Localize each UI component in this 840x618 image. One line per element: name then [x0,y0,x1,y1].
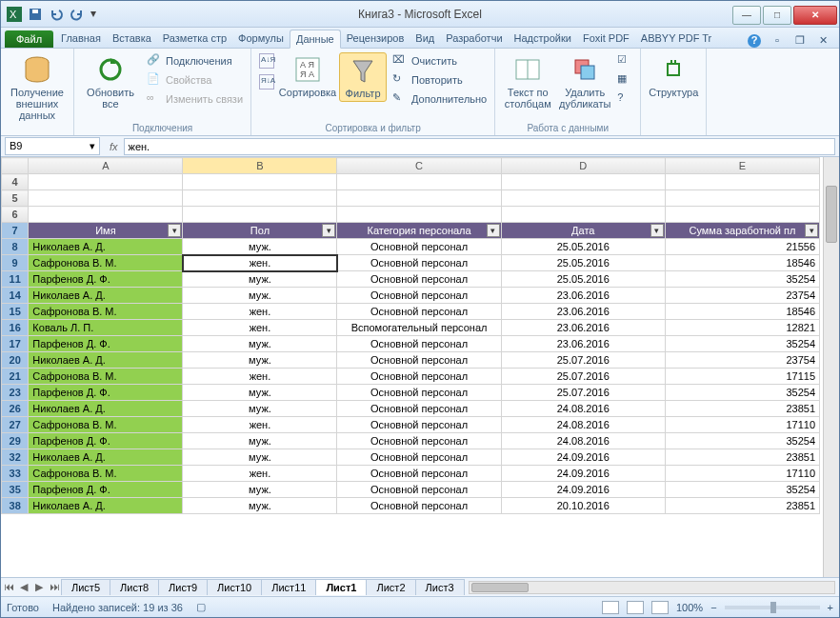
refresh-all-button[interactable]: Обновить все [80,52,141,111]
maximize-button[interactable]: □ [763,6,791,25]
save-icon[interactable] [28,7,43,22]
cell[interactable]: 23851 [665,449,819,466]
cell[interactable]: Николаев А. Д. [29,449,183,466]
cell[interactable]: Основной персонал [337,304,501,320]
cell[interactable]: 23.06.2016 [501,320,665,336]
outline-button[interactable]: Структура [647,52,700,100]
help-icon[interactable]: ? [748,34,761,48]
filter-dropdown-icon[interactable]: ▾ [805,224,818,237]
table-header-cell[interactable]: Пол▾ [183,223,337,239]
cell[interactable]: жен. [183,255,337,271]
cell[interactable]: Основной персонал [337,352,501,369]
vertical-scrollbar[interactable] [823,157,839,577]
ribbon-tab[interactable]: Разметка стр [157,30,232,48]
table-row[interactable]: 26 Николаев А. Д. муж. Основной персонал… [2,401,820,417]
cell[interactable]: муж. [183,336,337,352]
row-header[interactable]: 14 [2,288,29,304]
table-row[interactable]: 35 Парфенов Д. Ф. муж. Основной персонал… [2,482,820,498]
clear-filter-button[interactable]: ⌧Очистить [390,52,489,70]
row-header[interactable]: 17 [2,336,29,352]
zoom-in-button[interactable]: + [828,602,833,613]
cell[interactable]: Сафронова В. М. [29,255,183,271]
table-row[interactable]: 29 Парфенов Д. Ф. муж. Основной персонал… [2,433,820,449]
redo-icon[interactable] [70,7,85,22]
fx-icon[interactable]: fx [104,141,124,152]
sheet-tab[interactable]: Лист8 [110,579,159,595]
text-to-columns-button[interactable]: Текст по столбцам [501,52,554,111]
row-header[interactable]: 9 [2,255,29,271]
reapply-filter-button[interactable]: ↻Повторить [390,71,489,89]
row-header[interactable]: 7 [2,223,29,239]
zoom-slider[interactable] [725,606,820,609]
cell[interactable]: Парфенов Д. Ф. [29,433,183,449]
sheet-tab[interactable]: Лист2 [366,579,415,595]
cell[interactable]: Основной персонал [337,385,501,401]
connections-button[interactable]: 🔗Подключения [145,52,245,70]
ribbon-minimize-icon[interactable]: ▫ [770,34,784,48]
cell[interactable]: 23.06.2016 [501,288,665,304]
cell[interactable]: 23851 [665,498,819,514]
table-row[interactable]: 32 Николаев А. Д. муж. Основной персонал… [2,449,820,466]
table-row[interactable]: 11 Парфенов Д. Ф. муж. Основной персонал… [2,271,820,288]
cell[interactable]: муж. [183,385,337,401]
sheet-tab[interactable]: Лист9 [158,579,208,595]
qat-more-icon[interactable]: ▾ [90,7,106,22]
cell[interactable]: 17115 [665,369,819,385]
view-normal-button[interactable] [602,601,619,614]
cell[interactable]: 25.07.2016 [501,352,665,369]
row-header[interactable]: 32 [2,449,29,466]
sheet-tab[interactable]: Лист11 [261,579,316,595]
undo-icon[interactable] [49,7,64,22]
cell[interactable]: 35254 [665,271,819,288]
mdi-restore-icon[interactable]: ❐ [793,34,807,48]
view-pagebreak-button[interactable] [651,601,669,614]
ribbon-tab[interactable]: Вставка [107,30,157,48]
cell[interactable]: жен. [183,466,337,482]
cell[interactable]: Сафронова В. М. [29,304,183,320]
ribbon-tab[interactable]: Разработчи [440,30,508,48]
cell[interactable]: 35254 [665,433,819,449]
cell[interactable]: муж. [183,239,337,255]
cell[interactable]: 17110 [665,417,819,433]
view-layout-button[interactable] [627,601,644,614]
whatif-button[interactable]: ? [615,90,634,108]
cell[interactable]: Сафронова В. М. [29,369,183,385]
row-header[interactable]: 23 [2,385,29,401]
cell[interactable]: муж. [183,433,337,449]
table-header-cell[interactable]: Сумма заработной пл▾ [665,223,819,239]
table-row[interactable]: 21 Сафронова В. М. жен. Основной персона… [2,369,820,385]
cell[interactable]: Основной персонал [337,239,501,255]
cell[interactable]: жен. [183,304,337,320]
sheet-tab[interactable]: Лист1 [315,579,367,595]
table-row[interactable]: 8 Николаев А. Д. муж. Основной персонал … [2,239,820,255]
column-header[interactable]: B [183,158,337,174]
cell[interactable]: муж. [183,271,337,288]
table-row[interactable]: 17 Парфенов Д. Ф. муж. Основной персонал… [2,336,820,352]
macro-record-icon[interactable]: ▢ [196,601,206,613]
cell[interactable]: Сафронова В. М. [29,466,183,482]
cell[interactable]: 35254 [665,385,819,401]
cell[interactable]: Николаев А. Д. [29,352,183,369]
cell[interactable]: 35254 [665,482,819,498]
scrollbar-thumb[interactable] [826,186,837,243]
formula-input[interactable]: жен. [124,138,835,155]
cell[interactable]: Парфенов Д. Ф. [29,482,183,498]
minimize-button[interactable]: — [732,6,761,25]
properties-button[interactable]: 📄Свойства [145,71,245,89]
cell[interactable]: 23.06.2016 [501,336,665,352]
table-header-cell[interactable]: Дата▾ [501,223,665,239]
file-tab[interactable]: Файл [5,30,53,48]
cell[interactable]: 25.05.2016 [501,239,665,255]
ribbon-tab[interactable]: Foxit PDF [577,30,635,48]
column-header[interactable]: E [665,158,819,174]
cell[interactable]: муж. [183,449,337,466]
cell[interactable]: Основной персонал [337,498,501,514]
edit-links-button[interactable]: ∞Изменить связи [145,90,245,108]
table-header-cell[interactable]: Категория персонала▾ [337,223,501,239]
namebox-dropdown-icon[interactable]: ▾ [90,140,95,152]
ribbon-tab[interactable]: Вид [410,30,440,48]
sheet-tab[interactable]: Лист10 [207,579,262,595]
table-row[interactable]: 23 Парфенов Д. Ф. муж. Основной персонал… [2,385,820,401]
remove-duplicates-button[interactable]: Удалить дубликаты [558,52,611,111]
cell[interactable]: 24.09.2016 [501,449,665,466]
